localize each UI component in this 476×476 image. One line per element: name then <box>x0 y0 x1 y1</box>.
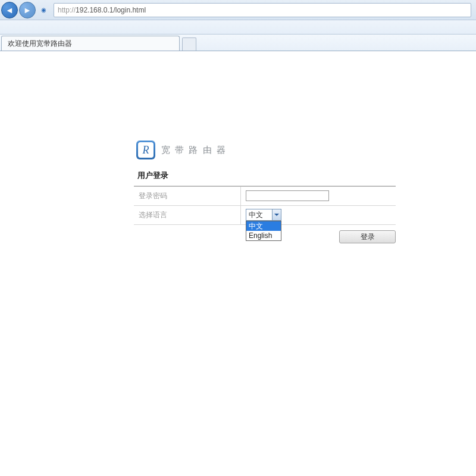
tab-strip: 欢迎使用宽带路由器 <box>0 35 476 51</box>
row-password: 登录密码 <box>134 187 396 206</box>
wifi-icon: ◉ <box>39 6 48 14</box>
new-tab-button[interactable] <box>182 37 196 51</box>
browser-tab[interactable]: 欢迎使用宽带路由器 <box>1 36 180 51</box>
row-language: 选择语言 中文 中文 English <box>134 206 396 225</box>
dropdown-button[interactable] <box>272 209 281 220</box>
login-panel: R 宽 带 路 由 器 用户登录 登录密码 选择语言 中文 中文 English <box>134 140 396 243</box>
chevron-down-icon <box>274 214 279 216</box>
page-content: R 宽 带 路 由 器 用户登录 登录密码 选择语言 中文 中文 English <box>0 51 476 243</box>
url-protocol: http:// <box>58 6 76 14</box>
panel-title: 用户登录 <box>134 165 396 187</box>
nav-buttons: ◄ ► <box>1 2 37 18</box>
arrow-right-icon: ► <box>23 5 32 15</box>
login-button[interactable]: 登录 <box>339 230 396 243</box>
language-option-en[interactable]: English <box>246 231 281 240</box>
brand-logo-icon: R <box>136 140 155 159</box>
tab-title: 欢迎使用宽带路由器 <box>8 39 72 48</box>
brand-logo-letter: R <box>143 144 149 156</box>
password-label: 登录密码 <box>134 187 241 205</box>
language-field-cell: 中文 中文 English <box>241 206 396 224</box>
password-input[interactable] <box>246 190 329 201</box>
language-select[interactable]: 中文 <box>246 209 281 221</box>
language-selected-value: 中文 <box>246 209 272 220</box>
language-option-zh[interactable]: 中文 <box>246 221 281 231</box>
forward-button[interactable]: ► <box>19 2 36 18</box>
arrow-left-icon: ◄ <box>5 5 14 15</box>
url-path: 192.168.0.1/login.html <box>76 6 146 14</box>
brand-row: R 宽 带 路 由 器 <box>134 140 396 165</box>
address-bar[interactable]: http://192.168.0.1/login.html <box>54 3 471 17</box>
browser-toolbar: ◄ ► ◉ http://192.168.0.1/login.html <box>0 0 476 20</box>
password-field-cell <box>241 187 396 205</box>
browser-spacer <box>0 20 476 35</box>
language-label: 选择语言 <box>134 206 241 224</box>
brand-title: 宽 带 路 由 器 <box>161 145 227 156</box>
language-dropdown: 中文 English <box>246 221 281 241</box>
back-button[interactable]: ◄ <box>1 2 18 18</box>
